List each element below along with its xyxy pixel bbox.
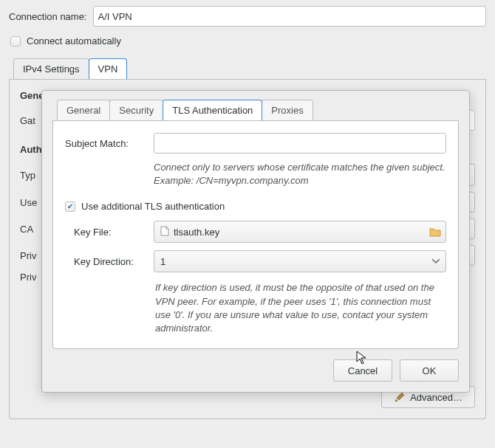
advanced-dialog: General Security TLS Authentication Prox…: [41, 90, 470, 393]
bg-label-type: Typ: [20, 170, 38, 181]
tab-general[interactable]: General: [57, 100, 110, 120]
ok-button[interactable]: OK: [400, 359, 459, 382]
key-direction-select[interactable]: 1: [154, 250, 446, 272]
cancel-button[interactable]: Cancel: [333, 359, 392, 382]
key-file-label: Key File:: [65, 227, 146, 238]
key-file-name: tlsauth.key: [174, 227, 219, 238]
auto-connect-label: Connect automatically: [27, 35, 121, 46]
subject-match-input[interactable]: [154, 133, 446, 154]
bg-label-gateway: Gat: [20, 115, 38, 126]
tab-ipv4-settings[interactable]: IPv4 Settings: [13, 58, 89, 79]
settings-icon: [394, 391, 406, 403]
connection-name-label: Connection name:: [9, 11, 87, 22]
bg-label-user: Use: [20, 197, 38, 208]
bg-label-ca: CA: [20, 224, 38, 235]
use-tls-auth-checkbox[interactable]: ✔: [65, 201, 75, 212]
key-file-chooser[interactable]: tlsauth.key: [154, 221, 446, 243]
tab-security[interactable]: Security: [109, 100, 163, 120]
folder-icon: [429, 227, 441, 237]
tab-proxies[interactable]: Proxies: [262, 100, 313, 120]
tab-vpn[interactable]: VPN: [89, 58, 128, 79]
bg-label-priv1: Priv: [20, 250, 38, 261]
key-direction-label: Key Direction:: [65, 256, 146, 267]
tab-tls-authentication[interactable]: TLS Authentication: [163, 100, 262, 120]
chevron-down-icon: [432, 259, 440, 263]
bg-label-priv2: Priv: [20, 272, 38, 283]
key-direction-value: 1: [160, 256, 165, 267]
key-direction-hint: If key direction is used, it must be the…: [155, 281, 446, 335]
file-icon: [160, 226, 169, 238]
subject-match-label: Subject Match:: [65, 138, 146, 149]
subject-match-hint-1: Connect only to servers whose certificat…: [154, 161, 446, 174]
auto-connect-checkbox[interactable]: [10, 36, 21, 46]
subject-match-hint-2: Example: /CN=myvpn.company.com: [154, 174, 446, 187]
connection-name-input[interactable]: [93, 6, 486, 27]
use-tls-auth-label: Use additional TLS authentication: [81, 201, 225, 212]
